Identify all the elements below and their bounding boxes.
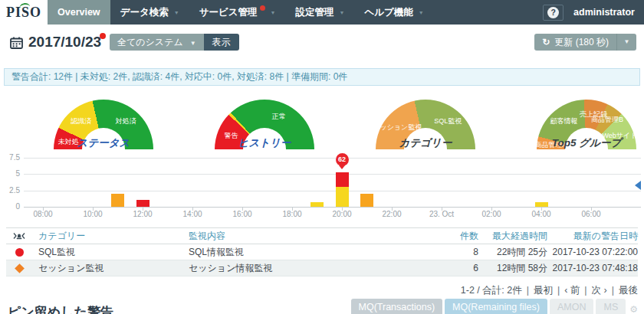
- question-icon: ?: [547, 7, 559, 18]
- x-tick-label: 02:00: [468, 210, 514, 218]
- pagination-summary: 1-2 / 合計: 2件: [461, 285, 522, 296]
- nav-settings-management-label: 設定管理: [295, 6, 334, 19]
- table-row[interactable]: SQL監視SQL情報監視822時間 25分2017-10-23 07:22:00: [6, 244, 638, 260]
- gauge-segment-label: 対処済: [116, 116, 136, 126]
- gauge-segment-label: 認識済: [71, 116, 91, 126]
- pagination-separator: |: [527, 285, 529, 296]
- date-alert-dot: [100, 33, 106, 39]
- peak-marker-balloon: 62: [336, 153, 349, 166]
- help-button[interactable]: ?: [543, 5, 564, 21]
- timeline-bar[interactable]: [336, 187, 349, 207]
- chevron-down-icon: ▼: [339, 10, 344, 15]
- cell-count: 8: [402, 247, 478, 257]
- navbar-right: ? administrator: [543, 0, 644, 25]
- cell-elapsed: 12時間 58分: [478, 262, 547, 275]
- date-display[interactable]: 2017/10/23: [28, 34, 101, 51]
- alert-badge-dot: [260, 5, 265, 11]
- x-tick-label: 20:00: [319, 210, 365, 218]
- page-first-link[interactable]: 最初: [534, 285, 553, 296]
- timeline-bar[interactable]: [111, 194, 124, 207]
- tab-overview-label: Overview: [58, 7, 100, 18]
- gridline: [24, 207, 641, 208]
- system-select-label: 全てのシステム: [117, 37, 183, 47]
- nav-service-management-label: サービス管理: [199, 6, 258, 19]
- x-tick-label: 22:00: [369, 210, 415, 218]
- scroll-left-arrow-icon[interactable]: [635, 181, 641, 190]
- system-select[interactable]: 全てのシステム▼: [110, 34, 204, 51]
- tab-overview[interactable]: Overview: [48, 0, 110, 25]
- pagination-separator: |: [557, 285, 560, 296]
- page-last-link[interactable]: 最後: [619, 285, 638, 296]
- alert-summary-text: 警告合計: 12件 | 未対処: 2件, 認識済: 4件, 対応中: 0件, 対…: [12, 71, 347, 82]
- table-row[interactable]: セッション監視セッション情報監視612時間 58分2017-10-23 07:4…: [6, 260, 638, 276]
- chevron-down-icon: ▼: [419, 10, 424, 15]
- chevron-down-icon: ▼: [174, 10, 179, 15]
- gauge-3: セッション監視SQL監視カテゴリー: [376, 100, 475, 150]
- timeline-bar[interactable]: [360, 194, 373, 207]
- column-header: 最大経過時間: [478, 230, 547, 243]
- gauge-segment-label: セッション監視: [373, 122, 422, 132]
- app-logo[interactable]: PISO: [0, 0, 48, 25]
- refresh-button-label: 更新 (180 秒): [554, 37, 609, 47]
- pinned-alerts-heading: ピン留めした警告: [8, 303, 113, 314]
- footer-tab-mq-transactions[interactable]: MQ(Transactions): [351, 299, 443, 314]
- show-button[interactable]: 表示: [204, 34, 239, 51]
- gridline: [24, 158, 641, 159]
- x-tick-label: 10:00: [70, 210, 116, 218]
- timeline-bar[interactable]: [336, 172, 349, 187]
- toolbar: 2017/10/23 全てのシステム▼ 表示 ↻更新 (180 秒) ▼: [0, 25, 644, 66]
- cell-count: 6: [402, 263, 478, 273]
- page-next-link[interactable]: 次 ›: [592, 285, 607, 296]
- page-prev-link[interactable]: ‹ 前: [564, 285, 580, 296]
- user-menu[interactable]: administrator: [573, 7, 635, 18]
- x-tick-label: 08:00: [20, 210, 66, 218]
- y-tick-label: 5: [15, 169, 20, 178]
- y-tick-label: 2.5: [9, 186, 20, 195]
- nav-help[interactable]: ヘルプ機能▼: [354, 0, 433, 25]
- gauge-title: カテゴリー: [360, 136, 491, 150]
- x-tick-label: 14:00: [169, 210, 215, 218]
- gauge-title: ステータス: [38, 136, 169, 150]
- gear-icon[interactable]: ⚙: [629, 304, 638, 314]
- severity-diamond-icon: [15, 263, 25, 273]
- x-tick-label: 23. Oct: [419, 210, 465, 218]
- nav-data-search[interactable]: データ検索▼: [110, 0, 189, 25]
- timeline-y-axis: 02.557.5: [3, 152, 21, 220]
- table-header-row: カテゴリー監視内容件数最大経過時間最新の警告日時: [6, 227, 638, 244]
- calendar-icon[interactable]: [10, 37, 23, 52]
- nav-settings-management[interactable]: 設定管理▼: [285, 0, 354, 25]
- timeline-bar[interactable]: [136, 200, 150, 207]
- footer-tabs: MQ(Transactions)MQ(Remaining files)AMONM…: [349, 299, 640, 314]
- footer-tab-ms: MS: [596, 299, 626, 314]
- refresh-icon: ↻: [542, 37, 550, 47]
- timeline-chart: 02.557.5 08:0010:0012:0014:0016:0018:002…: [3, 152, 641, 220]
- chevron-down-icon: ▼: [190, 40, 196, 47]
- x-tick-label: 16:00: [219, 210, 265, 218]
- refresh-dropdown[interactable]: ▼: [616, 34, 636, 51]
- nav-service-management[interactable]: サービス管理▼: [189, 0, 286, 25]
- alert-table: カテゴリー監視内容件数最大経過時間最新の警告日時SQL監視SQL情報監視822時…: [6, 227, 638, 276]
- nav-help-label: ヘルプ機能: [364, 6, 412, 19]
- cell-elapsed: 22時間 25分: [478, 246, 547, 259]
- gridline: [24, 191, 641, 191]
- gauge-segment-label: SQL監視: [434, 116, 462, 126]
- column-header: 最新の警告日時: [547, 230, 638, 243]
- refresh-group: ↻更新 (180 秒) ▼: [534, 34, 636, 51]
- refresh-button[interactable]: ↻更新 (180 秒): [534, 34, 616, 51]
- x-tick-label: 06:00: [568, 210, 614, 218]
- navbar-items: Overviewデータ検索▼サービス管理▼設定管理▼ヘルプ機能▼: [48, 0, 434, 25]
- system-filter-group: 全てのシステム▼ 表示: [110, 34, 239, 51]
- navbar: PISO Overviewデータ検索▼サービス管理▼設定管理▼ヘルプ機能▼ ? …: [0, 0, 644, 25]
- gauge-title: Top5 グループ: [521, 136, 644, 150]
- x-tick-label: 12:00: [120, 210, 166, 218]
- gauge-segment-label: 正常: [272, 111, 286, 121]
- footer-tab-amon: AMON: [550, 299, 594, 314]
- gauge-2: 警告正常ヒストリー: [215, 100, 314, 150]
- severity-circle-icon: [15, 248, 24, 257]
- nav-data-search-label: データ検索: [120, 6, 169, 19]
- timeline-bar[interactable]: [310, 202, 324, 207]
- timeline-bar[interactable]: [535, 202, 548, 207]
- footer-tab-mq-remaining-files[interactable]: MQ(Remaining files): [445, 299, 547, 314]
- alarm-icon: [6, 232, 32, 240]
- chevron-down-icon: ▼: [271, 10, 276, 15]
